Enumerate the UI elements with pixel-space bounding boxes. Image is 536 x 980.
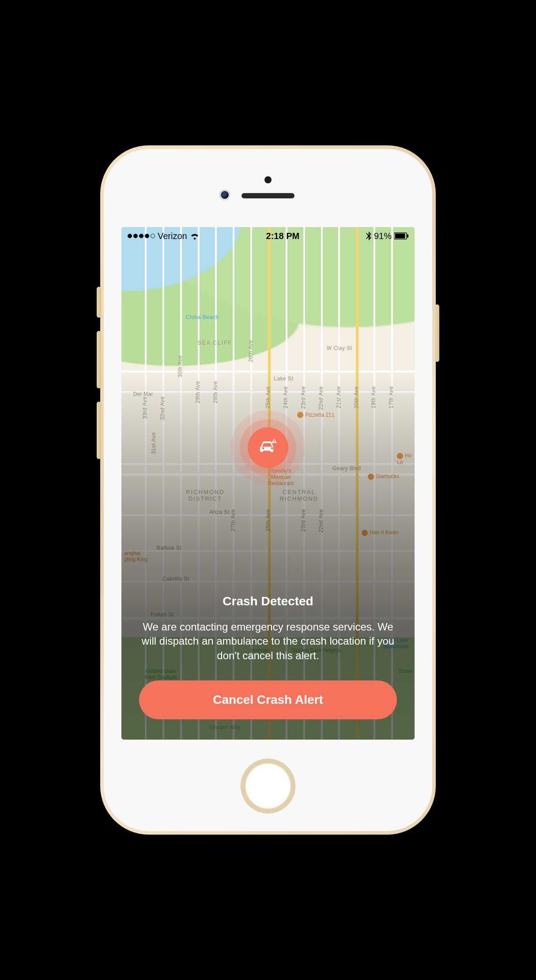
crash-location-marker[interactable] [248, 427, 288, 468]
cancel-crash-alert-button[interactable]: Cancel Crash Alert [139, 680, 397, 719]
svg-rect-1 [395, 233, 405, 238]
signal-strength-icon [128, 234, 155, 238]
screen: China Beach SEA CLIFF Del Mar W Clay St … [121, 227, 415, 740]
battery-pct: 91% [374, 231, 392, 241]
phone-frame: China Beach SEA CLIFF Del Mar W Clay St … [100, 145, 436, 835]
alert-body: We are contacting emergency response ser… [139, 620, 397, 663]
home-button[interactable] [242, 760, 294, 813]
alert-title: Crash Detected [139, 594, 397, 608]
car-alert-icon [257, 438, 279, 457]
volume-down [97, 402, 101, 459]
carrier-label: Verizon [158, 231, 187, 241]
svg-rect-2 [407, 234, 408, 238]
proximity-sensor [264, 176, 272, 183]
bluetooth-icon [366, 232, 371, 240]
wifi-icon [190, 232, 200, 240]
mute-switch [97, 287, 101, 318]
battery-icon [394, 232, 408, 239]
status-bar: Verizon 2:18 PM 91% [121, 227, 415, 245]
volume-up [97, 331, 101, 388]
clock: 2:18 PM [200, 231, 366, 241]
crash-alert-panel: Crash Detected We are contacting emergen… [121, 594, 415, 740]
front-camera [219, 190, 230, 200]
earpiece-speaker [242, 193, 294, 198]
power-button [435, 304, 439, 362]
